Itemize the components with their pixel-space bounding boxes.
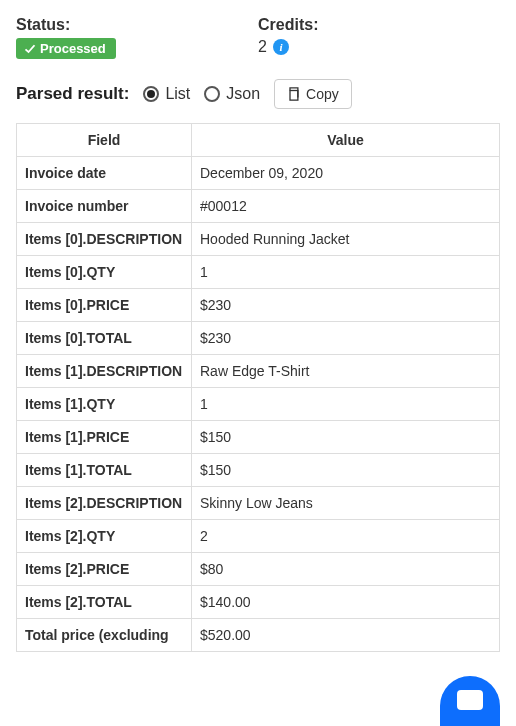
table-cell-field: Items [2].DESCRIPTION bbox=[17, 487, 192, 520]
table-cell-value: $230 bbox=[192, 322, 500, 355]
table-cell-value: $80 bbox=[192, 553, 500, 586]
table-cell-field: Items [1].QTY bbox=[17, 388, 192, 421]
radio-list-label: List bbox=[165, 85, 190, 103]
table-row: Invoice dateDecember 09, 2020 bbox=[17, 157, 500, 190]
copy-button[interactable]: Copy bbox=[274, 79, 352, 109]
radio-icon bbox=[143, 86, 159, 102]
table-row: Items [2].PRICE$80 bbox=[17, 553, 500, 586]
status-badge: Processed bbox=[16, 38, 116, 59]
table-row: Items [1].PRICE$150 bbox=[17, 421, 500, 454]
table-cell-field: Items [1].PRICE bbox=[17, 421, 192, 454]
table-row: Total price (excluding$520.00 bbox=[17, 619, 500, 652]
copy-icon bbox=[287, 87, 300, 101]
table-cell-field: Invoice number bbox=[17, 190, 192, 223]
credits-value: 2 bbox=[258, 38, 267, 56]
table-cell-value: $150 bbox=[192, 454, 500, 487]
radio-list[interactable]: List bbox=[143, 85, 190, 103]
svg-rect-0 bbox=[290, 91, 298, 101]
table-cell-field: Items [0].QTY bbox=[17, 256, 192, 289]
table-cell-value: 1 bbox=[192, 256, 500, 289]
table-cell-value: Hooded Running Jacket bbox=[192, 223, 500, 256]
view-mode-radio-group: List Json bbox=[143, 85, 260, 103]
table-cell-field: Items [0].TOTAL bbox=[17, 322, 192, 355]
table-row: Items [2].QTY2 bbox=[17, 520, 500, 553]
table-row: Items [1].DESCRIPTIONRaw Edge T-Shirt bbox=[17, 355, 500, 388]
table-cell-field: Items [2].QTY bbox=[17, 520, 192, 553]
table-row: Invoice number#00012 bbox=[17, 190, 500, 223]
table-cell-value: Raw Edge T-Shirt bbox=[192, 355, 500, 388]
table-row: Items [0].TOTAL$230 bbox=[17, 322, 500, 355]
table-cell-field: Items [0].PRICE bbox=[17, 289, 192, 322]
copy-button-label: Copy bbox=[306, 86, 339, 102]
table-cell-field: Items [0].DESCRIPTION bbox=[17, 223, 192, 256]
table-cell-field: Total price (excluding bbox=[17, 619, 192, 652]
table-cell-value: $230 bbox=[192, 289, 500, 322]
parsed-result-label: Parsed result: bbox=[16, 84, 129, 104]
table-cell-field: Invoice date bbox=[17, 157, 192, 190]
info-icon[interactable]: i bbox=[273, 39, 289, 55]
table-cell-value: #00012 bbox=[192, 190, 500, 223]
col-header-value: Value bbox=[192, 124, 500, 157]
table-row: Items [0].DESCRIPTIONHooded Running Jack… bbox=[17, 223, 500, 256]
table-cell-value: $520.00 bbox=[192, 619, 500, 652]
table-cell-value: December 09, 2020 bbox=[192, 157, 500, 190]
radio-json[interactable]: Json bbox=[204, 85, 260, 103]
table-cell-field: Items [2].TOTAL bbox=[17, 586, 192, 619]
table-row: Items [0].PRICE$230 bbox=[17, 289, 500, 322]
check-icon bbox=[24, 43, 36, 55]
status-label: Status: bbox=[16, 16, 258, 34]
table-row: Items [2].TOTAL$140.00 bbox=[17, 586, 500, 619]
table-cell-value: $140.00 bbox=[192, 586, 500, 619]
table-cell-field: Items [1].DESCRIPTION bbox=[17, 355, 192, 388]
table-cell-value: $150 bbox=[192, 421, 500, 454]
table-cell-value: Skinny Low Jeans bbox=[192, 487, 500, 520]
table-cell-field: Items [1].TOTAL bbox=[17, 454, 192, 487]
table-cell-field: Items [2].PRICE bbox=[17, 553, 192, 586]
parsed-result-table: Field Value Invoice dateDecember 09, 202… bbox=[16, 123, 500, 652]
table-row: Items [1].TOTAL$150 bbox=[17, 454, 500, 487]
table-row: Items [2].DESCRIPTIONSkinny Low Jeans bbox=[17, 487, 500, 520]
radio-icon bbox=[204, 86, 220, 102]
radio-json-label: Json bbox=[226, 85, 260, 103]
table-row: Items [1].QTY1 bbox=[17, 388, 500, 421]
table-cell-value: 2 bbox=[192, 520, 500, 553]
table-cell-value: 1 bbox=[192, 388, 500, 421]
col-header-field: Field bbox=[17, 124, 192, 157]
table-row: Items [0].QTY1 bbox=[17, 256, 500, 289]
status-badge-text: Processed bbox=[40, 41, 106, 56]
credits-label: Credits: bbox=[258, 16, 500, 34]
